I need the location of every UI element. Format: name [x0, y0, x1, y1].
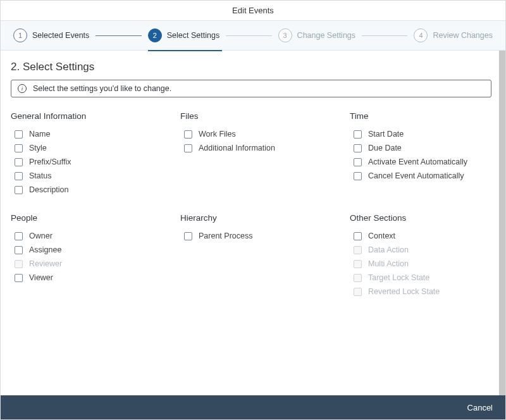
checkbox-icon[interactable] [15, 232, 23, 240]
checkbox-icon [354, 260, 362, 268]
checkbox-label: Parent Process [199, 232, 252, 240]
checkbox-style[interactable]: Style [11, 141, 152, 155]
info-icon: i [18, 84, 27, 93]
checkbox-icon[interactable] [184, 144, 192, 152]
checkbox-icon[interactable] [354, 130, 362, 139]
checkbox-icon[interactable] [15, 186, 23, 194]
checkbox-icon[interactable] [354, 172, 362, 180]
checkbox-label: Cancel Event Automatically [368, 171, 464, 180]
step-number: 1 [13, 28, 27, 42]
checkbox-label: Reverted Lock State [368, 287, 440, 296]
group-title: Files [180, 111, 322, 121]
cancel-button[interactable]: Cancel [467, 403, 493, 412]
checkbox-description[interactable]: Description [11, 183, 152, 197]
step-select-settings[interactable]: 2 Select Settings [148, 28, 219, 42]
checkbox-icon[interactable] [354, 232, 362, 240]
checkbox-prefix-suffix[interactable]: Prefix/Suffix [11, 155, 152, 169]
checkbox-data-action: Data Action [350, 243, 491, 257]
checkbox-label: Work Files [199, 130, 236, 139]
checkbox-label: Multi Action [368, 259, 409, 268]
checkbox-icon[interactable] [354, 158, 362, 166]
checkbox-context[interactable]: Context [350, 229, 491, 243]
dialog-title: Edit Events [1, 1, 505, 21]
checkbox-icon [354, 274, 362, 282]
group-people: People Owner Assignee Reviewer Viewer [11, 213, 152, 299]
step-number: 2 [148, 28, 162, 42]
checkbox-label: Context [368, 232, 395, 240]
step-label: Review Changes [433, 31, 493, 40]
scrollbar[interactable] [499, 51, 505, 395]
group-other-sections: Other Sections Context Data Action Multi… [350, 213, 491, 299]
checkbox-label: Prefix/Suffix [29, 158, 71, 166]
checkbox-status[interactable]: Status [11, 169, 152, 183]
step-connector [226, 35, 271, 36]
checkbox-icon[interactable] [15, 274, 23, 282]
checkbox-icon[interactable] [15, 158, 23, 166]
checkbox-parent-process[interactable]: Parent Process [180, 229, 322, 243]
checkbox-icon [15, 260, 23, 268]
checkbox-reverted-lock-state: Reverted Lock State [350, 285, 491, 299]
wizard-steps: 1 Selected Events 2 Select Settings 3 Ch… [1, 21, 505, 51]
step-connector [96, 35, 141, 36]
checkbox-icon[interactable] [354, 144, 362, 152]
checkbox-label: Name [29, 130, 50, 139]
checkbox-additional-information[interactable]: Additional Information [180, 141, 322, 155]
dialog-body: 2. Select Settings i Select the settings… [1, 51, 505, 395]
checkbox-multi-action: Multi Action [350, 257, 491, 271]
checkbox-icon[interactable] [15, 144, 23, 152]
checkbox-label: Assignee [29, 245, 61, 254]
checkbox-label: Viewer [29, 273, 53, 282]
step-label: Selected Events [32, 31, 89, 40]
step-label: Select Settings [167, 31, 219, 40]
group-title: Time [350, 111, 491, 121]
checkbox-activate-event-automatically[interactable]: Activate Event Automatically [350, 155, 491, 169]
group-files: Files Work Files Additional Information [180, 111, 322, 197]
checkbox-icon[interactable] [15, 172, 23, 180]
checkbox-label: Activate Event Automatically [368, 158, 467, 166]
checkbox-label: Owner [29, 232, 52, 240]
checkbox-label: Start Date [368, 130, 404, 139]
group-title: People [11, 213, 152, 223]
settings-row-2: People Owner Assignee Reviewer Viewer Hi… [11, 213, 491, 299]
checkbox-icon[interactable] [15, 246, 23, 254]
checkbox-label: Description [29, 185, 69, 194]
step-number: 3 [278, 28, 292, 42]
step-number: 4 [414, 28, 428, 42]
group-hierarchy: Hierarchy Parent Process [180, 213, 322, 299]
step-selected-events[interactable]: 1 Selected Events [13, 28, 89, 42]
checkbox-icon [354, 288, 362, 296]
group-time: Time Start Date Due Date Activate Event … [350, 111, 491, 197]
page-title: 2. Select Settings [11, 61, 491, 73]
step-change-settings: 3 Change Settings [278, 28, 355, 42]
checkbox-icon [354, 246, 362, 254]
step-label: Change Settings [297, 31, 355, 40]
checkbox-cancel-event-automatically[interactable]: Cancel Event Automatically [350, 169, 491, 183]
info-message: i Select the settings you'd like to chan… [11, 80, 491, 97]
checkbox-label: Style [29, 144, 47, 152]
checkbox-viewer[interactable]: Viewer [11, 271, 152, 285]
checkbox-label: Additional Information [199, 144, 275, 152]
checkbox-label: Data Action [368, 245, 409, 254]
checkbox-owner[interactable]: Owner [11, 229, 152, 243]
settings-row-1: General Information Name Style Prefix/Su… [11, 111, 491, 197]
info-text: Select the settings you'd like to change… [33, 84, 171, 93]
checkbox-icon[interactable] [15, 130, 23, 139]
step-review-changes: 4 Review Changes [414, 28, 493, 42]
checkbox-label: Status [29, 171, 51, 180]
checkbox-name[interactable]: Name [11, 127, 152, 141]
step-connector [362, 35, 407, 36]
checkbox-assignee[interactable]: Assignee [11, 243, 152, 257]
checkbox-work-files[interactable]: Work Files [180, 127, 322, 141]
checkbox-label: Reviewer [29, 259, 62, 268]
checkbox-start-date[interactable]: Start Date [350, 127, 491, 141]
group-general: General Information Name Style Prefix/Su… [11, 111, 152, 197]
checkbox-label: Due Date [368, 144, 402, 152]
checkbox-reviewer: Reviewer [11, 257, 152, 271]
group-title: Hierarchy [180, 213, 322, 223]
checkbox-icon[interactable] [184, 232, 192, 240]
dialog-footer: Cancel [1, 395, 505, 419]
checkbox-target-lock-state: Target Lock State [350, 271, 491, 285]
checkbox-due-date[interactable]: Due Date [350, 141, 491, 155]
edit-events-dialog: Edit Events 1 Selected Events 2 Select S… [0, 0, 506, 420]
checkbox-icon[interactable] [184, 130, 192, 139]
